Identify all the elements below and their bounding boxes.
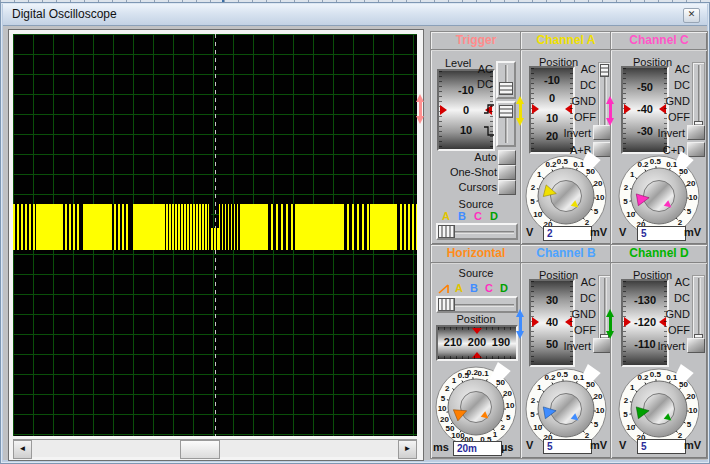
channel-c-position-drum[interactable]: -50 -40 -30 (621, 66, 669, 154)
trigger-coupling-slider-knob[interactable] (499, 82, 513, 95)
millivolts-unit-label: mV (684, 439, 701, 451)
drum-pointer-left (624, 104, 631, 114)
svg-text:10: 10 (626, 210, 635, 219)
channel-c-title: Channel C (611, 32, 707, 51)
trigger-source-slider[interactable] (436, 223, 518, 240)
channel-b-panel: Channel B Position 30 40 50 AC DC GND OF… (520, 244, 612, 459)
channel-d-gain-knob[interactable]: 0.5 1 2 5 10 20 0.2 0.1 50 20 10 5 2 (614, 371, 704, 443)
scroll-thumb[interactable] (180, 440, 220, 459)
svg-text:0.5: 0.5 (650, 157, 662, 166)
drum-pointer-top (472, 328, 482, 334)
waveform-band (13, 204, 417, 250)
horizontal-position-label: Position (431, 313, 521, 325)
trigger-edge-slider[interactable] (496, 101, 516, 147)
channel-d-invert-label: Invert (657, 340, 685, 352)
svg-text:2: 2 (445, 384, 450, 393)
horizontal-source-label: Source (431, 267, 521, 279)
one-shot-button[interactable] (498, 165, 516, 180)
svg-text:20: 20 (593, 392, 602, 401)
timebase-knob[interactable]: 1 0.5 0.2 0.1 2 5 10 20 50 100 200 50 20… (431, 369, 521, 441)
channel-b-gain-value[interactable]: 5 (543, 439, 592, 454)
svg-text:5: 5 (687, 207, 692, 216)
channel-b-invert-button[interactable] (593, 338, 611, 353)
title-bar[interactable]: Digital Oscilloscope ✕ (3, 4, 707, 26)
channel-d-invert-button[interactable] (687, 338, 705, 353)
channel-c-panel: Channel C Position -50 -40 -30 AC DC GND… (610, 31, 708, 245)
horizontal-panel: Horizontal Source A B C D Position 210 2… (430, 244, 522, 459)
scroll-right-icon: ► (404, 444, 412, 453)
channel-b-position-drum[interactable]: 30 40 50 (529, 279, 575, 367)
trigger-edge-slider-knob[interactable] (499, 105, 513, 118)
channel-a-panel: Channel A Position -10 0 10 20 AC DC GND… (520, 31, 612, 245)
svg-text:1: 1 (452, 376, 457, 385)
svg-text:2: 2 (624, 396, 629, 405)
scroll-left-button[interactable]: ◄ (13, 440, 32, 459)
svg-text:5: 5 (594, 420, 599, 429)
window-title: Digital Oscilloscope (12, 7, 117, 21)
trigger-panel-title: Trigger (431, 32, 521, 51)
close-button[interactable]: ✕ (683, 8, 700, 23)
channel-a-gain-value[interactable]: 2 (543, 226, 592, 241)
volts-unit-label: V (526, 439, 533, 451)
channel-b-invert-label: Invert (563, 340, 591, 352)
svg-text:20: 20 (503, 389, 512, 398)
channel-c-gain-knob[interactable]: 0.5 1 2 5 10 20 0.2 0.2 0.1 50 20 10 5 2 (614, 158, 704, 230)
channel-c-sum-button[interactable] (687, 142, 705, 157)
millivolts-unit-label: mV (684, 226, 701, 238)
drum-pointer-left (532, 317, 539, 327)
waveform-segment (271, 204, 295, 250)
horizontal-source-slider-knob[interactable] (438, 298, 455, 311)
svg-text:0.2: 0.2 (544, 373, 556, 382)
drum-scale-label: -10 (531, 74, 573, 86)
waveform-segment (240, 204, 268, 250)
oscilloscope-screen[interactable] (13, 34, 417, 436)
svg-text:1: 1 (630, 170, 635, 179)
drum-pointer-bottom (472, 352, 482, 358)
channel-d-panel: Channel D Position -130 -120 -110 AC DC … (610, 244, 708, 459)
channel-c-gain-value[interactable]: 5 (637, 226, 686, 241)
channel-a-off-label: OFF (574, 111, 596, 123)
horizontal-panel-title: Horizontal (431, 245, 521, 264)
cursors-button[interactable] (498, 180, 516, 195)
screen-scrollbar[interactable]: ◄ ► (13, 439, 417, 457)
channel-a-coupling-knob[interactable] (600, 64, 609, 77)
channel-a-invert-button[interactable] (593, 125, 611, 140)
svg-text:50: 50 (679, 167, 688, 176)
svg-text:50: 50 (586, 380, 595, 389)
drum-pointer-left (624, 317, 631, 327)
horizontal-position-drum[interactable]: 210 200 190 (436, 325, 518, 361)
trigger-level-marker[interactable] (416, 94, 425, 124)
channel-a-sum-button[interactable] (593, 142, 611, 157)
svg-text:1: 1 (493, 430, 498, 439)
channel-d-title: Channel D (611, 245, 707, 264)
channel-d-gain-value[interactable]: 5 (637, 439, 686, 454)
channel-a-position-marker[interactable] (516, 96, 525, 126)
channel-c-invert-label: Invert (657, 127, 685, 139)
channel-a-gain-knob[interactable]: 0.5 0.5 0.2 1 2 5 10 20 0.2 0.1 50 20 10… (521, 158, 611, 230)
timebase-value[interactable]: 20m (453, 441, 502, 456)
channel-b-gain-knob[interactable]: 0.5 1 2 5 10 20 0.2 0.1 50 20 10 5 2 (521, 371, 611, 443)
drum-scale-label: 30 (531, 294, 573, 306)
svg-text:20: 20 (593, 179, 602, 188)
source-a-label: A (442, 210, 450, 222)
trigger-source-slider-knob[interactable] (438, 225, 455, 238)
auto-button[interactable] (498, 150, 516, 165)
trigger-coupling-slider[interactable] (496, 61, 516, 99)
svg-text:2: 2 (624, 183, 629, 192)
scroll-right-button[interactable]: ► (398, 440, 417, 459)
channel-c-dc-label: DC (674, 79, 690, 91)
drum-scale-label: -50 (623, 81, 667, 93)
channel-b-position-marker[interactable] (516, 309, 525, 339)
svg-text:10: 10 (595, 193, 604, 202)
svg-text:5: 5 (530, 197, 535, 206)
svg-text:0.5: 0.5 (650, 370, 662, 379)
channel-b-dc-label: DC (580, 292, 596, 304)
channel-d-position-marker[interactable] (606, 309, 615, 339)
channel-d-position-drum[interactable]: -130 -120 -110 (621, 279, 669, 367)
channel-c-invert-button[interactable] (687, 125, 705, 140)
channel-c-position-marker[interactable] (606, 96, 615, 126)
horizontal-source-slider[interactable] (436, 296, 518, 313)
channel-a-position-drum[interactable]: -10 0 10 20 (529, 66, 575, 154)
timebase-ramp-icon (438, 283, 452, 295)
volts-unit-label: V (619, 439, 626, 451)
